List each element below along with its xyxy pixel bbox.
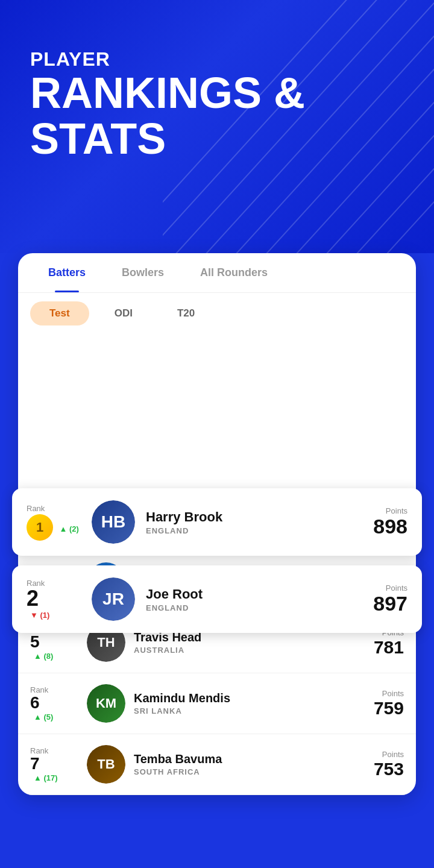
avatar-6: KM	[87, 684, 125, 723]
trend-2: ▼ (1)	[30, 611, 49, 620]
player-country-1: ENGLAND	[146, 526, 359, 535]
points-value-1: 898	[359, 515, 407, 538]
format-test[interactable]: Test	[30, 301, 89, 326]
hero-section: PLAYER RANKINGS &STATS	[0, 0, 434, 253]
format-t20[interactable]: T20	[158, 301, 214, 326]
points-label-7: Points	[356, 750, 404, 759]
hero-title: RANKINGS &STATS	[30, 71, 404, 162]
avatar-img-2: JR	[92, 577, 135, 621]
avatar-img-6: KM	[87, 684, 125, 723]
card-container: Rank 1 ▲ (2) HB Harry Brook ENGLAND Poin…	[0, 253, 434, 868]
hero-subtitle: PLAYER	[30, 48, 404, 71]
hero-text: PLAYER RANKINGS &STATS	[0, 0, 434, 186]
avatar-2: JR	[92, 577, 135, 621]
player-name-1: Harry Brook	[146, 509, 359, 525]
rank-num-6: 6	[30, 694, 78, 711]
points-section-7: Points 753	[356, 750, 404, 779]
player-name-7: Temba Bavuma	[134, 752, 356, 766]
player-country-5: AUSTRALIA	[134, 646, 356, 655]
points-label-1: Points	[359, 506, 407, 515]
rank-label-1: Rank	[27, 504, 81, 513]
avatar-img-1: HB	[92, 500, 135, 544]
points-section-6: Points 759	[356, 689, 404, 718]
player-country-2: ENGLAND	[146, 603, 359, 612]
trend-5: ▲ (8)	[34, 652, 53, 661]
points-value-2: 897	[359, 593, 407, 615]
tab-allrounders[interactable]: All Rounders	[182, 253, 286, 292]
rank-section-2: Rank 2 ▼ (1)	[27, 579, 81, 620]
rank-section-6: Rank 6 ▲ (5)	[30, 685, 78, 722]
player-country-7: SOUTH AFRICA	[134, 767, 356, 776]
player-card-rank-2[interactable]: Rank 2 ▼ (1) JR Joe Root ENGLAND Points …	[12, 565, 422, 633]
tab-batters[interactable]: Batters	[30, 253, 104, 292]
player-info-1: Harry Brook ENGLAND	[146, 509, 359, 535]
format-odi[interactable]: ODI	[95, 301, 152, 326]
rank-num-2: 2	[27, 588, 81, 609]
tab-bowlers[interactable]: Bowlers	[104, 253, 182, 292]
avatar-7: TB	[87, 745, 125, 784]
player-name-6: Kamindu Mendis	[134, 691, 356, 705]
points-value-6: 759	[356, 698, 404, 718]
rank-section-7: Rank 7 ▲ (17)	[30, 746, 78, 783]
rank-badge-1: 1	[27, 514, 53, 541]
points-section-2: Points 897	[359, 583, 407, 615]
rank-section-1: Rank 1 ▲ (2)	[27, 504, 81, 541]
tabs-row: Batters Bowlers All Rounders	[18, 253, 416, 293]
player-info-6: Kamindu Mendis SRI LANKA	[134, 691, 356, 715]
avatar-1: HB	[92, 500, 135, 544]
player-card-rank-7[interactable]: Rank 7 ▲ (17) TB Temba Bavuma SOUTH AFRI…	[18, 734, 416, 795]
player-name-2: Joe Root	[146, 587, 359, 602]
player-info-7: Temba Bavuma SOUTH AFRICA	[134, 752, 356, 776]
points-section-1: Points 898	[359, 506, 407, 538]
points-value-7: 753	[356, 759, 404, 779]
player-card-rank-1[interactable]: Rank 1 ▲ (2) HB Harry Brook ENGLAND Poin…	[12, 488, 422, 556]
points-label-2: Points	[359, 583, 407, 593]
avatar-img-7: TB	[87, 745, 125, 784]
trend-1: ▲ (2)	[59, 524, 78, 533]
points-label-6: Points	[356, 689, 404, 698]
trend-7: ▲ (17)	[34, 773, 58, 782]
format-row: Test ODI T20	[18, 293, 416, 334]
player-country-6: SRI LANKA	[134, 706, 356, 715]
rank-num-7: 7	[30, 755, 78, 772]
player-card-rank-6[interactable]: Rank 6 ▲ (5) KM Kamindu Mendis SRI LANKA…	[18, 673, 416, 734]
player-info-2: Joe Root ENGLAND	[146, 587, 359, 612]
trend-6: ▲ (5)	[34, 712, 53, 722]
elevated-cards: Rank 1 ▲ (2) HB Harry Brook ENGLAND Poin…	[0, 488, 434, 643]
